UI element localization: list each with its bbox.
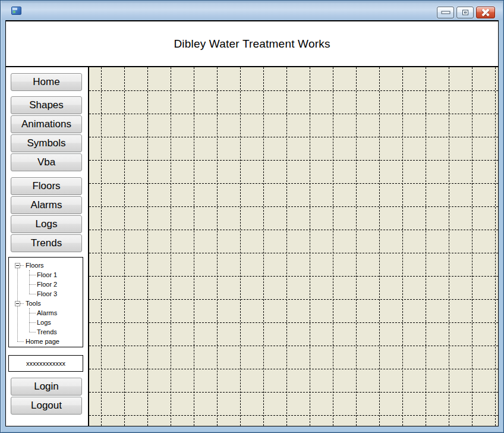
tree-item-floor-3[interactable]: Floor 3 — [36, 290, 58, 298]
design-button-group: ShapesAnimationsSymbolsVba — [6, 96, 88, 171]
grid-line — [449, 67, 449, 426]
tree-item-floor-1[interactable]: Floor 1 — [36, 271, 58, 279]
password-input[interactable] — [8, 355, 83, 372]
sidebar-button-symbols[interactable]: Symbols — [11, 134, 82, 152]
auth-button-logout[interactable]: Logout — [11, 397, 82, 415]
grid-line — [217, 67, 218, 426]
window-frame: Dibley Water Treatment Works Home Shapes… — [0, 0, 504, 433]
tree-item-trends[interactable]: Trends — [36, 328, 58, 336]
tree-item-floors[interactable]: Floors — [24, 261, 45, 269]
grid-line — [310, 67, 310, 426]
grid-line — [426, 67, 426, 426]
page-header: Dibley Water Treatment Works — [6, 21, 498, 67]
grid-line — [89, 137, 498, 137]
close-button[interactable] — [476, 7, 495, 18]
grid-line — [89, 392, 498, 393]
tree-item-home-page[interactable]: Home page — [24, 337, 61, 346]
grid-line — [263, 67, 264, 426]
sidebar-button-vba[interactable]: Vba — [11, 153, 82, 171]
grid-line — [89, 346, 498, 346]
sidebar-button-logs[interactable]: Logs — [11, 215, 82, 233]
grid-line — [286, 67, 287, 426]
grid-line — [89, 299, 498, 300]
sidebar-button-floors[interactable]: Floors — [11, 177, 82, 195]
maximize-icon — [462, 10, 468, 15]
grid-line — [124, 67, 125, 426]
canvas-grid[interactable] — [89, 67, 498, 426]
grid-line — [402, 67, 403, 426]
tree-item-tools[interactable]: Tools — [24, 299, 42, 308]
auth-button-group: LoginLogout — [6, 378, 88, 415]
sidebar-button-trends[interactable]: Trends — [11, 234, 82, 252]
grid-line — [495, 67, 496, 426]
nav-tree: FloorsFloor 1Floor 2Floor 3ToolsAlarmsLo… — [8, 257, 83, 347]
grid-line — [89, 114, 498, 114]
page-title: Dibley Water Treatment Works — [174, 37, 330, 51]
sidebar-button-animations[interactable]: Animations — [11, 115, 82, 133]
client-area: Dibley Water Treatment Works Home Shapes… — [5, 20, 499, 426]
grid-line — [89, 90, 498, 91]
grid-line — [101, 67, 102, 426]
tree-expander-icon[interactable] — [15, 301, 20, 306]
grid-line — [89, 230, 498, 230]
tree-expander-icon[interactable] — [15, 263, 20, 268]
grid-line — [89, 160, 498, 161]
nav-button-group: Home — [6, 73, 88, 91]
tree-item-floor-2[interactable]: Floor 2 — [36, 280, 58, 288]
grid-line — [89, 322, 498, 323]
grid-line — [333, 67, 333, 426]
sidebar-button-shapes[interactable]: Shapes — [11, 96, 82, 114]
sidebar-button-home[interactable]: Home — [11, 73, 82, 91]
title-bar[interactable] — [1, 1, 503, 20]
grid-line — [171, 67, 171, 426]
tree-item-logs[interactable]: Logs — [36, 318, 52, 327]
form-icon — [11, 7, 21, 15]
grid-line — [89, 183, 498, 184]
minimize-button[interactable] — [437, 7, 454, 18]
maximize-button[interactable] — [456, 7, 474, 18]
grid-line — [356, 67, 357, 426]
auth-button-login[interactable]: Login — [11, 378, 82, 396]
grid-line — [89, 206, 498, 207]
grid-line — [89, 253, 498, 253]
sidebar-button-alarms[interactable]: Alarms — [11, 196, 82, 214]
grid-line — [89, 369, 498, 369]
grid-line — [147, 67, 148, 426]
grid-line — [379, 67, 380, 426]
grid-line — [472, 67, 472, 426]
sidebar: Home ShapesAnimationsSymbolsVba FloorsAl… — [6, 67, 89, 426]
minimize-icon — [441, 11, 450, 14]
window-controls — [437, 7, 495, 18]
content: Home ShapesAnimationsSymbolsVba FloorsAl… — [6, 67, 498, 426]
grid-line — [89, 276, 498, 277]
tree-item-alarms[interactable]: Alarms — [36, 309, 58, 317]
grid-line — [89, 415, 498, 416]
grid-line — [240, 67, 241, 426]
grid-line — [194, 67, 194, 426]
page-button-group: FloorsAlarmsLogsTrends — [6, 177, 88, 252]
